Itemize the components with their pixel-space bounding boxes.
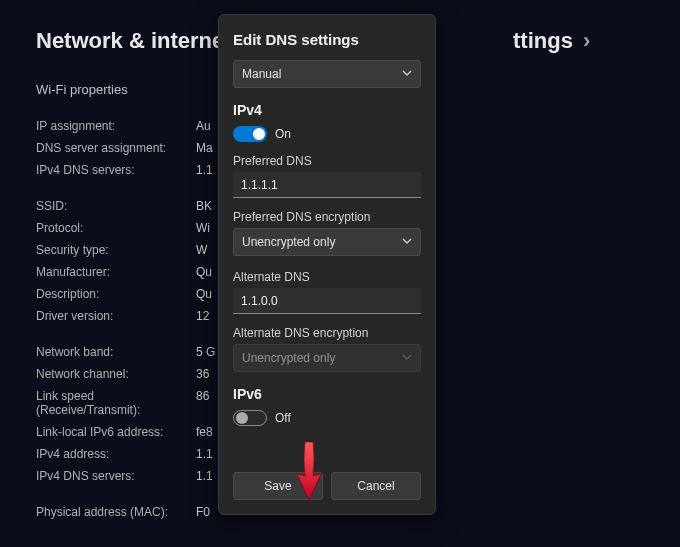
property-label: Physical address (MAC): — [36, 505, 196, 519]
property-label: Description: — [36, 287, 196, 301]
preferred-dns-encryption-label: Preferred DNS encryption — [233, 210, 421, 224]
preferred-dns-encryption-value: Unencrypted only — [242, 235, 335, 249]
property-value: Qu — [196, 287, 212, 301]
property-value: 5 G — [196, 345, 215, 359]
mode-select-value: Manual — [242, 67, 281, 81]
preferred-dns-encryption-select[interactable]: Unencrypted only — [233, 228, 421, 256]
property-value: 1.1 — [196, 447, 213, 461]
chevron-down-icon — [402, 351, 412, 365]
property-value: fe8 — [196, 425, 213, 439]
property-value: Wi — [196, 221, 210, 235]
property-label: Network band: — [36, 345, 196, 359]
property-value: 36 — [196, 367, 209, 381]
ipv4-toggle[interactable] — [233, 126, 267, 142]
property-label: Manufacturer: — [36, 265, 196, 279]
alternate-dns-encryption-label: Alternate DNS encryption — [233, 326, 421, 340]
ipv6-toggle[interactable] — [233, 410, 267, 426]
dialog-title: Edit DNS settings — [233, 31, 421, 48]
ipv6-toggle-label: Off — [275, 411, 291, 425]
property-label: SSID: — [36, 199, 196, 213]
property-label: Protocol: — [36, 221, 196, 235]
property-value: 1.1 — [196, 469, 213, 483]
property-label: Security type: — [36, 243, 196, 257]
chevron-down-icon — [402, 235, 412, 249]
preferred-dns-input[interactable] — [233, 172, 421, 198]
cancel-button[interactable]: Cancel — [331, 472, 421, 500]
alternate-dns-encryption-value: Unencrypted only — [242, 351, 335, 365]
title-post: ttings — [513, 28, 573, 53]
mode-select[interactable]: Manual — [233, 60, 421, 88]
ipv4-heading: IPv4 — [233, 102, 421, 118]
alternate-dns-label: Alternate DNS — [233, 270, 421, 284]
property-label: Link-local IPv6 address: — [36, 425, 196, 439]
alternate-dns-input[interactable] — [233, 288, 421, 314]
save-button[interactable]: Save — [233, 472, 323, 500]
title-pre: Network & internet — [36, 28, 232, 53]
property-value: W — [196, 243, 207, 257]
property-label: DNS server assignment: — [36, 141, 196, 155]
ipv6-heading: IPv6 — [233, 386, 421, 402]
property-label: IPv4 address: — [36, 447, 196, 461]
property-value: Ma — [196, 141, 213, 155]
property-value: Qu — [196, 265, 212, 279]
alternate-dns-encryption-select[interactable]: Unencrypted only — [233, 344, 421, 372]
property-value: 86 — [196, 389, 209, 417]
chevron-right-icon: › — [583, 28, 590, 53]
property-value: F0 — [196, 505, 210, 519]
preferred-dns-label: Preferred DNS — [233, 154, 421, 168]
property-label: IP assignment: — [36, 119, 196, 133]
property-label: Driver version: — [36, 309, 196, 323]
edit-dns-dialog: Edit DNS settings Manual IPv4 On Preferr… — [218, 14, 436, 515]
property-value: 1.1 — [196, 163, 213, 177]
property-label: Network channel: — [36, 367, 196, 381]
property-value: BK — [196, 199, 212, 213]
ipv4-toggle-label: On — [275, 127, 291, 141]
property-label: Link speed (Receive/Transmit): — [36, 389, 196, 417]
property-label: IPv4 DNS servers: — [36, 469, 196, 483]
property-label: IPv4 DNS servers: — [36, 163, 196, 177]
property-value: Au — [196, 119, 211, 133]
property-value: 12 — [196, 309, 209, 323]
chevron-down-icon — [402, 67, 412, 81]
